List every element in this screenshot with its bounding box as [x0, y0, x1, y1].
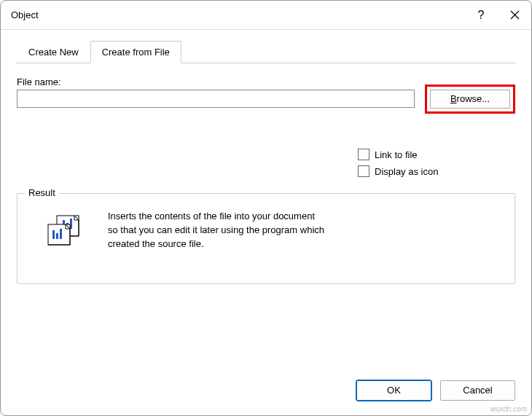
embed-file-icon — [47, 214, 85, 248]
display-as-icon-option[interactable]: Display as icon — [358, 165, 515, 177]
browse-highlight: Browse... — [425, 85, 515, 114]
checkbox-icon — [358, 149, 369, 160]
options-group: Link to file Display as icon — [358, 149, 515, 177]
dialog-content: Create New Create from File File name: B… — [1, 30, 531, 284]
form-area: File name: Browse... Link to file Displa… — [17, 63, 515, 284]
result-group: Result — [17, 193, 515, 284]
titlebar: Object ? — [1, 1, 531, 30]
watermark: wsxdn.com — [490, 405, 527, 413]
close-icon — [510, 10, 520, 20]
link-to-file-label: Link to file — [375, 149, 418, 160]
dialog-title: Object — [11, 9, 464, 20]
tab-strip: Create New Create from File — [17, 40, 515, 63]
object-dialog: Object ? Create New Create from File Fil… — [0, 0, 532, 416]
browse-button[interactable]: Browse... — [430, 90, 510, 109]
tab-create-from-file[interactable]: Create from File — [90, 41, 181, 63]
filename-row: File name: Browse... — [17, 76, 515, 108]
help-button[interactable]: ? — [464, 1, 498, 30]
filename-label: File name: — [17, 76, 415, 87]
result-legend: Result — [25, 187, 59, 198]
svg-rect-7 — [52, 230, 55, 239]
checkbox-icon — [358, 165, 369, 177]
svg-rect-9 — [60, 229, 62, 239]
result-description: Inserts the contents of the file into yo… — [108, 210, 326, 251]
link-to-file-option[interactable]: Link to file — [358, 149, 515, 160]
display-as-icon-label: Display as icon — [375, 166, 438, 177]
filename-input[interactable] — [17, 90, 415, 108]
svg-rect-8 — [56, 233, 58, 239]
svg-rect-6 — [48, 224, 70, 245]
close-button[interactable] — [498, 1, 531, 30]
dialog-footer: OK Cancel — [356, 380, 515, 401]
cancel-button[interactable]: Cancel — [440, 380, 515, 401]
tab-create-new[interactable]: Create New — [17, 41, 90, 63]
ok-button[interactable]: OK — [356, 380, 431, 401]
